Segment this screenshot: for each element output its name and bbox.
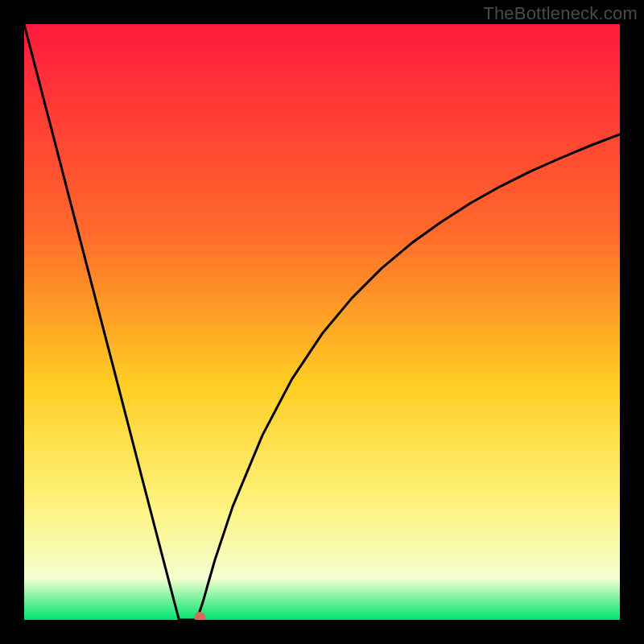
plot-area	[24, 24, 620, 620]
chart-frame: TheBottleneck.com	[0, 0, 644, 644]
plot-svg	[24, 24, 620, 620]
watermark-text: TheBottleneck.com	[483, 3, 638, 24]
gradient-background	[24, 24, 620, 620]
